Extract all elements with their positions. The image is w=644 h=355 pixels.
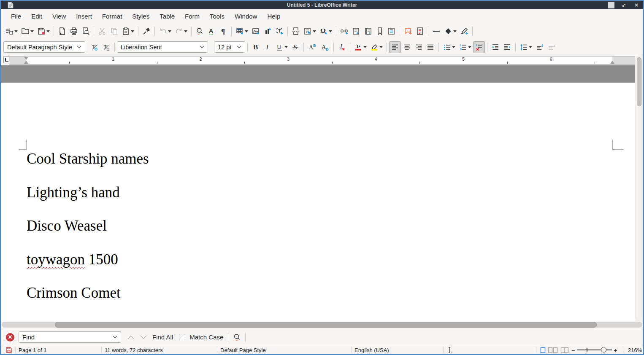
print-button[interactable] — [68, 25, 80, 37]
menu-table[interactable]: Table — [154, 11, 180, 22]
match-case-label[interactable]: Match Case — [187, 333, 226, 341]
menu-view[interactable]: View — [47, 11, 71, 22]
tab-stop-selector[interactable] — [3, 56, 10, 63]
strikethrough-button[interactable]: S — [290, 41, 301, 53]
find-next-button[interactable] — [137, 332, 150, 343]
zoom-in-button[interactable]: + — [614, 345, 617, 355]
first-line-indent-marker[interactable] — [24, 57, 28, 60]
paragraph[interactable]: Cool Starship names — [27, 150, 149, 168]
cut-button[interactable] — [96, 25, 108, 37]
insert-table-button[interactable] — [234, 25, 250, 37]
copy-button[interactable] — [108, 25, 120, 37]
menu-insert[interactable]: Insert — [71, 11, 97, 22]
page-break-button[interactable] — [290, 25, 302, 37]
multi-page-view-button[interactable] — [548, 345, 558, 355]
font-color-button[interactable]: T — [352, 41, 368, 53]
increase-paragraph-spacing-button[interactable] — [534, 41, 546, 53]
save-button[interactable] — [35, 25, 51, 37]
menu-file[interactable]: File — [6, 11, 26, 22]
insert-chart-button[interactable] — [262, 25, 273, 37]
right-indent-marker[interactable] — [610, 61, 614, 64]
highlight-color-button[interactable] — [368, 41, 384, 53]
align-right-button[interactable] — [413, 41, 425, 53]
menu-tools[interactable]: Tools — [205, 11, 230, 22]
find-previous-button[interactable] — [124, 332, 137, 343]
increase-indent-button[interactable] — [490, 41, 501, 53]
selection-mode-indicator[interactable] — [446, 345, 454, 355]
paragraph[interactable]: Lighting’s hand — [27, 184, 120, 202]
titlebar[interactable]: Untitled 5 - LibreOffice Writer × — [1, 1, 643, 9]
update-style-button[interactable]: T — [89, 41, 100, 53]
menu-styles[interactable]: Styles — [127, 11, 154, 22]
book-view-button[interactable] — [560, 345, 569, 355]
language-status[interactable]: English (USA) — [354, 345, 389, 355]
page[interactable]: Cool Starship names Lighting’s hand Disc… — [1, 83, 635, 322]
vertical-scrollbar[interactable] — [636, 56, 642, 321]
word-count-status[interactable]: 11 words, 72 characters — [105, 345, 163, 355]
clear-formatting-button[interactable]: I — [336, 41, 348, 53]
undo-button[interactable] — [157, 25, 173, 37]
single-page-view-button[interactable] — [540, 345, 546, 355]
menu-form[interactable]: Form — [180, 11, 205, 22]
insert-endnote-button[interactable]: i — [362, 25, 374, 37]
superscript-button[interactable]: AB — [306, 41, 319, 53]
vertical-scrollbar-thumb[interactable] — [637, 57, 641, 106]
cross-reference-button[interactable] — [386, 25, 398, 37]
new-style-button[interactable]: T — [100, 41, 112, 53]
hanging-indent-marker[interactable] — [24, 61, 28, 64]
insert-comment-button[interactable] — [402, 25, 414, 37]
italic-button[interactable]: I — [262, 41, 273, 53]
menu-help[interactable]: Help — [262, 11, 285, 22]
find-close-button[interactable]: ✕ — [6, 333, 14, 342]
bold-button[interactable]: B — [250, 41, 262, 53]
menu-format[interactable]: Format — [97, 11, 127, 22]
paste-button[interactable] — [120, 25, 136, 37]
zoom-out-button[interactable]: − — [571, 345, 575, 355]
find-input[interactable] — [22, 333, 113, 341]
insert-footnote-button[interactable]: 1 — [350, 25, 362, 37]
insert-field-button[interactable] — [302, 25, 318, 37]
print-preview-button[interactable] — [80, 25, 92, 37]
find-replace-button[interactable] — [194, 25, 206, 37]
find-and-replace-button[interactable] — [230, 332, 243, 343]
menu-edit[interactable]: Edit — [26, 11, 47, 22]
paragraph[interactable]: Crimson Comet — [27, 284, 121, 302]
find-all-button[interactable]: Find All — [150, 333, 176, 341]
zoom-slider[interactable] — [577, 345, 612, 355]
align-justify-button[interactable] — [425, 41, 436, 53]
document-modified-indicator[interactable] — [6, 345, 12, 355]
draw-functions-button[interactable] — [458, 25, 470, 37]
insert-textbox-button[interactable]: T — [273, 25, 285, 37]
page-number-status[interactable]: Page 1 of 1 — [19, 345, 47, 355]
font-size-combobox[interactable]: 12 pt — [214, 41, 245, 53]
close-button[interactable]: × — [633, 2, 640, 8]
spelling-button[interactable]: A — [206, 25, 217, 37]
numbered-list-button[interactable]: III — [457, 41, 473, 53]
track-changes-button[interactable] — [414, 25, 426, 37]
zoom-percent[interactable]: 216% — [628, 345, 642, 355]
no-list-button[interactable]: I — [473, 41, 485, 53]
horizontal-scrollbar[interactable] — [2, 322, 642, 328]
restore-button[interactable] — [620, 2, 627, 8]
special-character-button[interactable]: Ω — [318, 25, 334, 37]
open-button[interactable] — [19, 25, 35, 37]
align-left-button[interactable] — [389, 41, 401, 53]
font-name-combobox[interactable]: Liberation Serif — [117, 41, 208, 53]
decrease-indent-button[interactable] — [501, 41, 513, 53]
bullet-list-button[interactable] — [441, 41, 457, 53]
zoom-slider-knob[interactable] — [601, 347, 606, 352]
horizontal-scrollbar-thumb[interactable] — [55, 322, 597, 328]
match-case-checkbox[interactable] — [179, 334, 185, 340]
align-center-button[interactable] — [401, 41, 413, 53]
new-document-button[interactable] — [3, 25, 19, 37]
basic-shapes-button[interactable] — [442, 25, 458, 37]
document-area[interactable]: Cool Starship names Lighting’s hand Disc… — [1, 65, 635, 322]
find-combobox[interactable] — [19, 331, 121, 343]
paragraph[interactable]: Disco Weasel — [27, 217, 107, 235]
minimize-button[interactable] — [608, 2, 614, 8]
insert-image-button[interactable] — [250, 25, 262, 37]
page-style-status[interactable]: Default Page Style — [220, 345, 266, 355]
insert-line-button[interactable] — [430, 25, 442, 37]
subscript-button[interactable]: AB — [319, 41, 331, 53]
paragraph[interactable]: toywagon 1500 — [27, 251, 118, 269]
